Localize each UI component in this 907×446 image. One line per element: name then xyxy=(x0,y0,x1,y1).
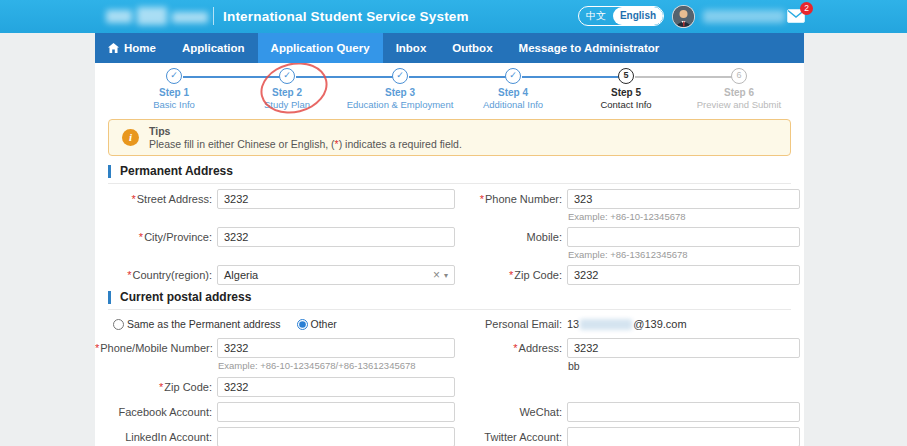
mail-icon[interactable]: 2 xyxy=(787,9,805,23)
form-row: *Street Address: *Phone Number: Example:… xyxy=(95,189,804,222)
wechat-label: WeChat: xyxy=(460,402,562,422)
required-asterisk: * xyxy=(95,342,99,354)
form-row: *Zip Code: xyxy=(95,377,804,397)
section-permanent-address: Permanent Address xyxy=(108,164,791,184)
wechat-input[interactable] xyxy=(567,402,800,422)
facebook-account-input[interactable] xyxy=(217,402,455,422)
mobile-label: Mobile: xyxy=(460,227,562,247)
section-current-postal-address: Current postal address xyxy=(108,290,791,310)
country-region-label: *Country(region): xyxy=(95,265,212,285)
step-1-basic-info[interactable]: ✓ Step 1 Basic Info xyxy=(114,68,234,110)
phone-number-input[interactable] xyxy=(567,189,800,209)
country-region-select[interactable]: Algeria × ▾ xyxy=(217,265,455,285)
international-student-service-system: International Student Service System 中文 … xyxy=(0,0,907,446)
lang-chinese-button[interactable]: 中文 xyxy=(579,7,613,25)
postal-zip-code-input[interactable] xyxy=(217,377,455,397)
perm-zip-code-label: *Zip Code: xyxy=(460,265,562,285)
form-row: LinkedIn Account: Twitter Account: xyxy=(95,427,804,446)
email-redacted xyxy=(580,319,632,330)
language-toggle[interactable]: 中文 English xyxy=(578,6,664,26)
nav-outbox[interactable]: Outbox xyxy=(439,33,505,63)
step-6-preview-submit[interactable]: 6 Step 6 Preview and Submit xyxy=(679,68,799,110)
nav-home[interactable]: Home xyxy=(95,33,169,63)
info-icon: i xyxy=(122,129,139,146)
check-icon: ✓ xyxy=(505,68,521,84)
required-asterisk: * xyxy=(139,231,143,243)
tips-title: Tips xyxy=(149,125,780,137)
mail-badge: 2 xyxy=(800,2,813,15)
form-row: *City/Province: Mobile: Example: +86-136… xyxy=(95,227,804,260)
clear-icon[interactable]: × xyxy=(433,268,440,282)
form-row: Same as the Permanent address Other Pers… xyxy=(95,315,804,333)
chevron-down-icon: ▾ xyxy=(444,271,448,280)
header-divider xyxy=(213,7,214,25)
postal-address-note: bb xyxy=(567,360,800,372)
step-3-education-employment[interactable]: ✓ Step 3 Education & Employment xyxy=(340,68,460,110)
postal-address-input[interactable] xyxy=(567,338,800,358)
linkedin-account-label: LinkedIn Account: xyxy=(95,427,212,446)
form-row: *Country(region): Algeria × ▾ *Zip Code: xyxy=(95,265,804,285)
required-asterisk: * xyxy=(509,269,513,281)
radio-same-input[interactable] xyxy=(113,319,124,330)
section-accent-bar xyxy=(108,165,111,178)
university-logo xyxy=(106,7,208,25)
home-icon xyxy=(108,43,119,53)
form-row: Facebook Account: WeChat: xyxy=(95,402,804,422)
city-province-input[interactable] xyxy=(217,227,455,247)
main-nav: Home Application Application Query Inbox… xyxy=(95,33,804,63)
perm-zip-code-input[interactable] xyxy=(567,265,800,285)
phone-number-example: Example: +86-10-12345678 xyxy=(567,211,800,222)
nav-application[interactable]: Application xyxy=(169,33,258,63)
step-5-contact-info[interactable]: 5 Step 5 Contact Info xyxy=(566,68,686,110)
section-title: Permanent Address xyxy=(120,164,233,178)
nav-application-query[interactable]: Application Query xyxy=(258,33,383,63)
radio-other-input[interactable] xyxy=(297,319,308,330)
form-row: *Phone/Mobile Number: Example: +86-10-12… xyxy=(95,338,804,372)
section-title: Current postal address xyxy=(120,290,251,304)
check-icon: ✓ xyxy=(166,68,182,84)
twitter-account-label: Twitter Account: xyxy=(460,427,562,446)
required-asterisk: * xyxy=(127,269,131,281)
page-content: ✓ Step 1 Basic Info ✓ Step 2 Study Plan … xyxy=(95,63,804,446)
section-accent-bar xyxy=(108,291,111,304)
nav-home-label: Home xyxy=(124,42,156,54)
nav-inbox[interactable]: Inbox xyxy=(383,33,440,63)
user-avatar[interactable] xyxy=(672,5,695,28)
step-4-additional-info[interactable]: ✓ Step 4 Additional Info xyxy=(453,68,573,110)
postal-phone-label: *Phone/Mobile Number: xyxy=(95,338,212,358)
postal-address-radio-group: Same as the Permanent address Other xyxy=(95,315,455,333)
country-region-value: Algeria xyxy=(224,269,433,281)
required-asterisk: * xyxy=(513,342,517,354)
required-asterisk: * xyxy=(132,193,136,205)
personal-email-label: Personal Email: xyxy=(460,315,562,333)
app-title: International Student Service System xyxy=(223,9,469,24)
radio-same-as-permanent[interactable]: Same as the Permanent address xyxy=(113,315,281,333)
city-province-label: *City/Province: xyxy=(95,227,212,247)
postal-phone-input[interactable] xyxy=(217,338,455,358)
radio-other[interactable]: Other xyxy=(297,315,337,333)
mobile-input[interactable] xyxy=(567,227,800,247)
required-asterisk: * xyxy=(480,193,484,205)
step-number: 5 xyxy=(618,68,634,84)
street-address-label: *Street Address: xyxy=(95,189,212,209)
postal-phone-example: Example: +86-10-12345678/+86-13612345678 xyxy=(217,360,455,371)
phone-number-label: *Phone Number: xyxy=(460,189,562,209)
postal-address-label: *Address: xyxy=(460,338,562,358)
street-address-input[interactable] xyxy=(217,189,455,209)
app-header: International Student Service System 中文 … xyxy=(0,0,907,33)
facebook-account-label: Facebook Account: xyxy=(95,402,212,422)
linkedin-account-input[interactable] xyxy=(217,427,455,446)
tips-box: i Tips Please fill in either Chinese or … xyxy=(108,119,791,156)
user-name xyxy=(703,10,785,23)
check-icon: ✓ xyxy=(392,68,408,84)
tips-text: Please fill in either Chinese or English… xyxy=(149,138,780,150)
step-progress: ✓ Step 1 Basic Info ✓ Step 2 Study Plan … xyxy=(95,63,804,115)
step-number: 6 xyxy=(731,68,747,84)
nav-message-to-administrator[interactable]: Message to Administrator xyxy=(506,33,673,63)
postal-zip-code-label: *Zip Code: xyxy=(95,377,212,397)
lang-english-button[interactable]: English xyxy=(613,7,663,25)
mobile-example: Example: +86-13612345678 xyxy=(567,249,800,260)
required-asterisk: * xyxy=(159,381,163,393)
personal-email-value: 13@139.com xyxy=(567,315,800,333)
twitter-account-input[interactable] xyxy=(567,427,800,446)
